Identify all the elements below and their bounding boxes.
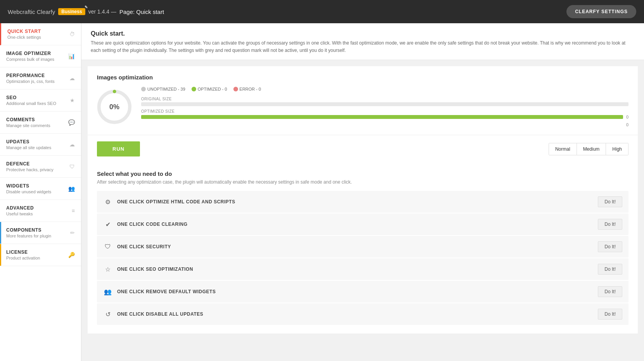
sidebar-item-text: WIDGETS Disable unused widgets bbox=[6, 183, 65, 194]
optimized-size-bar bbox=[141, 115, 623, 119]
sidebar-item-icon: ≡ bbox=[72, 208, 75, 214]
opt-label: ONE CLICK CODE CLEARING bbox=[117, 222, 188, 227]
opt-icon: 🛡 bbox=[103, 242, 112, 251]
sidebar-item-icon: 🔑 bbox=[68, 252, 75, 258]
top-header: Webcraftic Clearfy Business ver 1.4.4 — … bbox=[0, 0, 644, 23]
sidebar-item-text: DEFENCE Protective hacks, privacy bbox=[6, 161, 66, 172]
original-size-label: ORIGINAL SIZE bbox=[141, 97, 628, 101]
optimized-size-bar-bg bbox=[141, 115, 623, 119]
opt-row-left: 👥 ONE CLICK REMOVE DEFAULT WIDGETS bbox=[103, 287, 216, 296]
sidebar-item-title: IMAGE OPTIMIZER bbox=[6, 51, 65, 56]
sidebar-item-title: LICENSE bbox=[6, 249, 65, 255]
opt-label: ONE CLICK SEO OPTIMIZATION bbox=[117, 266, 193, 272]
sidebar-item-icon: ✏ bbox=[70, 230, 75, 236]
legend-item: ERROR - 0 bbox=[233, 87, 261, 91]
original-size-row: ORIGINAL SIZE bbox=[141, 97, 628, 106]
sidebar-item-updates[interactable]: UPDATES Manage all site updates ☁ bbox=[0, 134, 81, 156]
img-opt-row: 0% UNOPTIMIZED - 39OPTIMIZED - 0ERROR - … bbox=[97, 87, 628, 127]
opt-icon: ⚙ bbox=[103, 197, 112, 206]
opt-row-opt-seo: ☆ ONE CLICK SEO OPTIMIZATION Do It! bbox=[97, 258, 628, 280]
sidebar-item-subtitle: Protective hacks, privacy bbox=[6, 167, 66, 172]
sidebar-item-seo[interactable]: SEO Additional small fixes SEO ★ bbox=[0, 89, 81, 112]
run-button[interactable]: RUN bbox=[97, 141, 140, 156]
do-it-button[interactable]: Do It! bbox=[598, 219, 622, 230]
optimized-size-value2: 0 bbox=[626, 122, 628, 127]
optimization-options: ⚙ ONE CLICK OPTIMIZE HTML CODE AND SCRIP… bbox=[97, 191, 628, 325]
sidebar-item-text: COMPONENTS More features for plugin bbox=[6, 227, 67, 238]
sidebar-item-quick-start[interactable]: QUICK START One-click settings ⏱ bbox=[0, 23, 81, 45]
sidebar-item-performance[interactable]: PERFORMANCE Optimization js, css, fonts … bbox=[0, 67, 81, 89]
opt-icon: ↺ bbox=[103, 309, 112, 319]
sidebar-item-title: QUICK START bbox=[7, 29, 66, 34]
select-subtitle: After selecting any optimization case, t… bbox=[97, 179, 628, 185]
level-btn-high[interactable]: High bbox=[606, 143, 628, 155]
sidebar-item-comments[interactable]: COMMENTS Manage site comments 💬 bbox=[0, 112, 81, 134]
opt-row-left: ↺ ONE CLICK DISABLE ALL UPDATES bbox=[103, 309, 203, 319]
opt-row-left: ☆ ONE CLICK SEO OPTIMIZATION bbox=[103, 265, 193, 274]
optimized-size-value: 0 bbox=[626, 115, 628, 119]
select-section: Select what you need to do After selecti… bbox=[88, 163, 638, 333]
sidebar-item-subtitle: Additional small fixes SEO bbox=[6, 101, 67, 106]
do-it-button[interactable]: Do It! bbox=[598, 264, 622, 275]
sidebar-item-text: LICENSE Product activation bbox=[6, 249, 65, 260]
select-title: Select what you need to do bbox=[97, 170, 628, 177]
sidebar-item-subtitle: Compress bulk of images bbox=[6, 57, 65, 62]
sidebar-item-title: COMPONENTS bbox=[6, 227, 67, 233]
optimized-size-row: OPTIMIZED SIZE 0 bbox=[141, 109, 628, 119]
opt-label: ONE CLICK SECURITY bbox=[117, 244, 171, 249]
level-btn-medium[interactable]: Medium bbox=[577, 143, 606, 155]
sidebar-item-components[interactable]: COMPONENTS More features for plugin ✏ bbox=[0, 222, 81, 244]
opt-row-left: ⚙ ONE CLICK OPTIMIZE HTML CODE AND SCRIP… bbox=[103, 197, 235, 206]
content-area: Quick start. These are quick optimizatio… bbox=[81, 23, 644, 361]
sidebar-item-title: ADVANCED bbox=[6, 205, 69, 211]
sidebar-item-title: COMMENTS bbox=[6, 117, 65, 122]
sidebar-item-text: IMAGE OPTIMIZER Compress bulk of images bbox=[6, 51, 65, 62]
sidebar-item-icon: ☁ bbox=[69, 75, 75, 81]
sidebar-item-text: COMMENTS Manage site comments bbox=[6, 117, 65, 128]
opt-row-opt-html: ⚙ ONE CLICK OPTIMIZE HTML CODE AND SCRIP… bbox=[97, 191, 628, 213]
sidebar-item-icon: 👥 bbox=[68, 186, 75, 192]
donut-percent: 0% bbox=[109, 103, 119, 111]
sidebar-item-title: PERFORMANCE bbox=[6, 73, 66, 78]
sidebar-item-text: QUICK START One-click settings bbox=[7, 29, 66, 40]
img-opt-details: UNOPTIMIZED - 39OPTIMIZED - 0ERROR - 0 O… bbox=[141, 87, 628, 127]
sidebar-item-defence[interactable]: DEFENCE Protective hacks, privacy 🛡 bbox=[0, 156, 81, 178]
content-header: Quick start. These are quick optimizatio… bbox=[81, 23, 644, 60]
sidebar-item-text: SEO Additional small fixes SEO bbox=[6, 95, 67, 106]
opt-row-left: 🛡 ONE CLICK SECURITY bbox=[103, 242, 171, 251]
sidebar-item-text: UPDATES Manage all site updates bbox=[6, 139, 66, 150]
sidebar-item-title: WIDGETS bbox=[6, 183, 65, 189]
level-btn-normal[interactable]: Normal bbox=[549, 143, 577, 155]
sidebar-item-subtitle: Disable unused widgets bbox=[6, 189, 65, 194]
do-it-button[interactable]: Do It! bbox=[598, 286, 622, 297]
opt-row-opt-updates: ↺ ONE CLICK DISABLE ALL UPDATES Do It! bbox=[97, 303, 628, 325]
header-version: ver 1.4.4 — bbox=[88, 9, 116, 15]
sidebar-item-icon: 💬 bbox=[68, 119, 75, 125]
opt-icon: 👥 bbox=[103, 287, 112, 296]
sidebar-item-icon: ★ bbox=[70, 97, 75, 103]
sidebar-item-icon: 🛡 bbox=[69, 163, 75, 170]
sidebar-item-widgets[interactable]: WIDGETS Disable unused widgets 👥 bbox=[0, 178, 81, 200]
sidebar-item-title: DEFENCE bbox=[6, 161, 66, 167]
page-description: These are quick optimization options for… bbox=[91, 40, 635, 54]
opt-row-opt-code: ✔ ONE CLICK CODE CLEARING Do It! bbox=[97, 213, 628, 235]
legend-item: OPTIMIZED - 0 bbox=[192, 87, 227, 91]
page-title: Quick start. bbox=[91, 30, 635, 37]
sidebar-item-subtitle: Optimization js, css, fonts bbox=[6, 79, 66, 84]
sidebar-item-subtitle: Product activation bbox=[6, 256, 65, 260]
do-it-button[interactable]: Do It! bbox=[598, 196, 622, 207]
sidebar-item-license[interactable]: LICENSE Product activation 🔑 bbox=[0, 244, 81, 266]
images-optimization-section: Images optimization 0% UNOPTIMIZED - 39O… bbox=[88, 66, 638, 135]
sidebar-item-subtitle: One-click settings bbox=[7, 35, 66, 40]
sidebar-item-title: SEO bbox=[6, 95, 67, 100]
clearfy-settings-button[interactable]: CLEARFY SETTINGS bbox=[566, 5, 636, 18]
do-it-button[interactable]: Do It! bbox=[598, 241, 622, 252]
do-it-button[interactable]: Do It! bbox=[598, 309, 622, 320]
sidebar-item-icon: 📊 bbox=[68, 53, 75, 59]
main-layout: QUICK START One-click settings ⏱ IMAGE O… bbox=[0, 23, 644, 361]
sidebar-item-image-optimizer[interactable]: IMAGE OPTIMIZER Compress bulk of images … bbox=[0, 45, 81, 67]
run-row: RUN NormalMediumHigh bbox=[88, 135, 638, 163]
sidebar-item-advanced[interactable]: ADVANCED Useful tweaks ≡ bbox=[0, 200, 81, 222]
donut-chart: 0% bbox=[97, 89, 132, 124]
business-badge: Business bbox=[58, 8, 85, 15]
